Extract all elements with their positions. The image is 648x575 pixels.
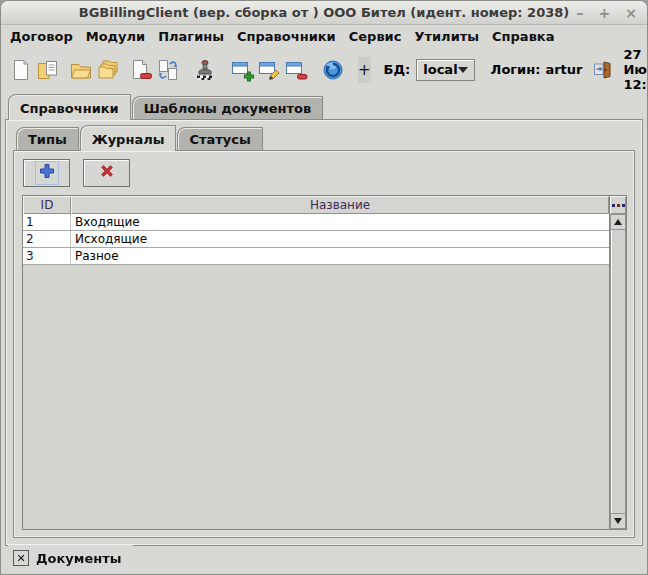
scroll-down-button[interactable] — [610, 513, 626, 529]
main-tab-bar: Справочники Шаблоны документов — [5, 94, 643, 119]
menu-bar: Договор Модули Плагины Справочники Серви… — [1, 25, 647, 47]
cell-name: Входящие — [71, 214, 609, 230]
cell-id: 3 — [23, 248, 71, 264]
window-title: BGBillingClient (вер. сборка от ) ООО Би… — [1, 5, 647, 20]
folders-icon[interactable] — [96, 58, 120, 82]
cell-name: Разное — [71, 248, 609, 264]
workspace: Справочники Шаблоны документов Типы Журн… — [1, 92, 647, 546]
cell-id: 1 — [23, 214, 71, 230]
cell-id: 2 — [23, 231, 71, 247]
plus-icon — [39, 163, 55, 183]
add-tab-button[interactable]: + — [358, 57, 371, 83]
tab-shablony-dokumentov[interactable]: Шаблоны документов — [132, 96, 323, 119]
folder-icon[interactable] — [69, 58, 93, 82]
table-row[interactable]: 1 Входящие — [23, 214, 609, 231]
focus-ring — [35, 161, 59, 185]
table-settings-button[interactable] — [610, 196, 626, 214]
bottom-tab-label: Документы — [36, 551, 122, 566]
refresh-icon[interactable] — [321, 58, 345, 82]
tab-zhurnaly[interactable]: Журналы — [80, 125, 177, 151]
toolbar: + БД: local Логин: artur 27 Июнь 12:21 — [1, 47, 647, 92]
tab-tipy[interactable]: Типы — [16, 127, 79, 150]
sub-tab-bar: Типы Журналы Статусы — [13, 125, 635, 150]
table-main: ID Название 1 Входящие 2 Исходя — [23, 196, 609, 529]
table-row[interactable]: 2 Исходящие — [23, 231, 609, 248]
new-window-icon[interactable] — [230, 58, 254, 82]
journals-table: ID Название 1 Входящие 2 Исходя — [22, 195, 627, 530]
datetime-label: 27 Июнь 12:21 — [623, 47, 648, 92]
table-settings-dots-icon — [612, 204, 615, 207]
bottom-tab-bar: ✕ Документы — [1, 546, 647, 571]
table-row[interactable]: 3 Разное — [23, 248, 609, 265]
menu-spravka[interactable]: Справка — [492, 29, 554, 44]
column-header-id[interactable]: ID — [23, 196, 71, 214]
logout-door-icon[interactable] — [592, 59, 613, 80]
cell-name: Исходящие — [71, 231, 609, 247]
scroll-up-button[interactable] — [610, 214, 626, 230]
sub-tab-content: ID Название 1 Входящие 2 Исходя — [13, 150, 635, 538]
edit-window-icon[interactable] — [257, 58, 281, 82]
documents-pane: Справочники Шаблоны документов Типы Журн… — [5, 94, 643, 546]
bottom-strip — [1, 571, 647, 574]
db-label: БД: — [384, 62, 411, 77]
table-body: 1 Входящие 2 Исходящие 3 Разное — [23, 214, 609, 529]
tab-dokumenty[interactable]: ✕ Документы — [8, 545, 142, 571]
menu-dogovor[interactable]: Договор — [10, 29, 73, 44]
menu-utility[interactable]: Утилиты — [414, 29, 479, 44]
open-document-icon[interactable] — [36, 58, 60, 82]
menu-moduli[interactable]: Модули — [86, 29, 145, 44]
stamp-icon[interactable] — [193, 58, 217, 82]
scroll-down-icon — [614, 518, 622, 528]
table-header: ID Название — [23, 196, 609, 214]
app-window: BGBillingClient (вер. сборка от ) ООО Би… — [0, 0, 648, 575]
title-bar[interactable]: BGBillingClient (вер. сборка от ) ООО Би… — [1, 1, 647, 25]
list-action-bar — [20, 156, 628, 195]
scroll-up-icon — [614, 215, 622, 225]
add-button[interactable] — [23, 159, 70, 187]
minimize-icon[interactable]: – — [577, 6, 584, 20]
tab-spravochniki[interactable]: Справочники — [8, 94, 131, 120]
scrollbar-thumb[interactable] — [610, 230, 626, 513]
remove-window-icon[interactable] — [284, 58, 308, 82]
maximize-icon[interactable]: + — [599, 6, 611, 20]
delete-button[interactable] — [83, 159, 130, 187]
tab-statusy[interactable]: Статусы — [177, 127, 262, 150]
new-document-icon[interactable] — [9, 58, 33, 82]
menu-spravochniki[interactable]: Справочники — [237, 29, 336, 44]
close-tab-button[interactable]: ✕ — [13, 550, 29, 566]
close-icon: ✕ — [16, 552, 25, 565]
remove-document-icon[interactable] — [129, 58, 153, 82]
db-selected-value: local — [423, 62, 457, 77]
db-select[interactable]: local — [416, 59, 474, 81]
menu-plaginy[interactable]: Плагины — [158, 29, 224, 44]
reload-documents-icon[interactable] — [156, 58, 180, 82]
vertical-scrollbar[interactable] — [609, 196, 626, 529]
close-icon[interactable]: × — [625, 6, 637, 20]
column-header-name[interactable]: Название — [71, 196, 609, 214]
menu-servis[interactable]: Сервис — [349, 29, 402, 44]
window-controls: – + × — [577, 1, 637, 24]
main-tab-content: Типы Журналы Статусы — [5, 119, 643, 546]
login-value: artur — [545, 62, 582, 77]
cross-icon — [99, 163, 115, 183]
chevron-down-icon — [458, 67, 468, 78]
login-label: Логин: — [491, 62, 541, 77]
